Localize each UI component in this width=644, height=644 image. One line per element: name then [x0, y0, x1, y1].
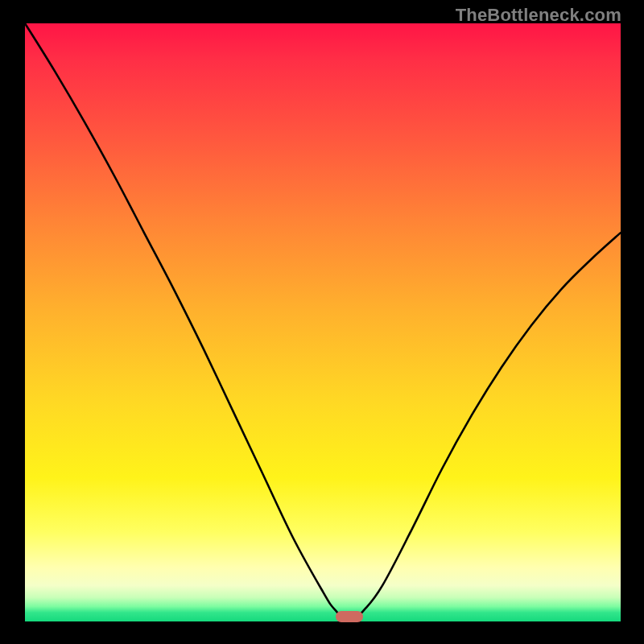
- optimum-marker: [336, 611, 363, 622]
- watermark-text: TheBottleneck.com: [456, 5, 621, 26]
- chart-frame: TheBottleneck.com: [0, 0, 644, 644]
- bottleneck-curve: [25, 23, 621, 621]
